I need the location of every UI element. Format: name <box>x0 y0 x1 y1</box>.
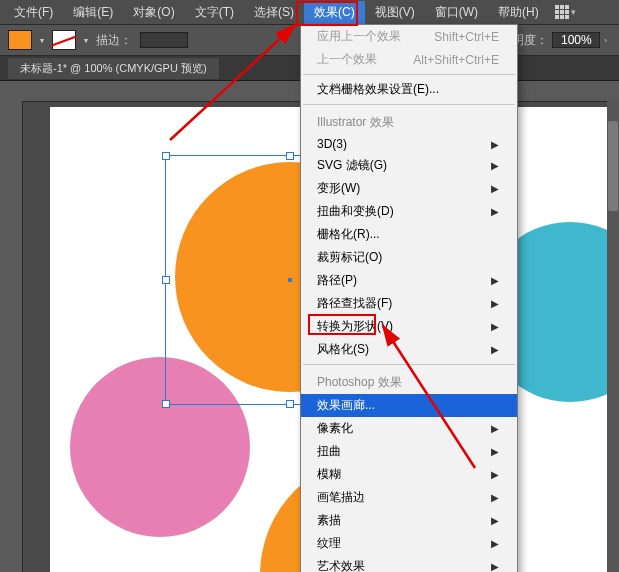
menu-item-label: 文档栅格效果设置(E)... <box>317 81 439 98</box>
menu-item-label: 风格化(S) <box>317 341 369 358</box>
menu-item[interactable]: 扭曲和变换(D)▶ <box>301 200 517 223</box>
submenu-arrow-icon: ▶ <box>491 423 499 434</box>
menu-item[interactable]: 裁剪标记(O) <box>301 246 517 269</box>
submenu-arrow-icon: ▶ <box>491 183 499 194</box>
menu-text[interactable]: 文字(T) <box>185 1 244 24</box>
submenu-arrow-icon: ▶ <box>491 321 499 332</box>
menu-item-label: 像素化 <box>317 420 353 437</box>
menu-separator <box>303 74 515 75</box>
menu-item-label: 扭曲和变换(D) <box>317 203 394 220</box>
submenu-arrow-icon: ▶ <box>491 446 499 457</box>
menu-item-label: 路径(P) <box>317 272 357 289</box>
menu-item-label: 裁剪标记(O) <box>317 249 382 266</box>
menu-item-shortcut: Shift+Ctrl+E <box>434 30 499 44</box>
chevron-down-icon: ▾ <box>571 7 576 17</box>
menu-section-header: Photoshop 效果 <box>301 368 517 394</box>
menu-item-label: 纹理 <box>317 535 341 552</box>
menu-item-label: 变形(W) <box>317 180 360 197</box>
menu-item[interactable]: 路径查找器(F)▶ <box>301 292 517 315</box>
document-tab[interactable]: 未标题-1* @ 100% (CMYK/GPU 预览) <box>8 58 219 79</box>
menu-item[interactable]: 画笔描边▶ <box>301 486 517 509</box>
menu-item-label: 路径查找器(F) <box>317 295 392 312</box>
stroke-label: 描边： <box>96 32 132 49</box>
stroke-width-field[interactable] <box>140 32 188 48</box>
workspace-icon[interactable] <box>555 5 569 19</box>
submenu-arrow-icon: ▶ <box>491 515 499 526</box>
submenu-arrow-icon: ▶ <box>491 298 499 309</box>
selection-handle[interactable] <box>286 400 294 408</box>
menu-item[interactable]: 路径(P)▶ <box>301 269 517 292</box>
selection-handle[interactable] <box>162 400 170 408</box>
menu-item-label: 画笔描边 <box>317 489 365 506</box>
menu-item[interactable]: SVG 滤镜(G)▶ <box>301 154 517 177</box>
menu-item[interactable]: 3D(3)▶ <box>301 134 517 154</box>
menu-item-label: 艺术效果 <box>317 558 365 572</box>
chevron-down-icon[interactable]: ▾ <box>84 36 88 45</box>
menu-item[interactable]: 纹理▶ <box>301 532 517 555</box>
menu-item[interactable]: 转换为形状(V)▶ <box>301 315 517 338</box>
menu-section-header: Illustrator 效果 <box>301 108 517 134</box>
menu-item-label: 应用上一个效果 <box>317 28 401 45</box>
menu-item[interactable]: 栅格化(R)... <box>301 223 517 246</box>
submenu-arrow-icon: ▶ <box>491 206 499 217</box>
fill-swatch[interactable] <box>8 30 32 50</box>
selection-handle[interactable] <box>162 276 170 284</box>
opacity-field[interactable]: 100% <box>552 32 600 48</box>
menu-item-label: 素描 <box>317 512 341 529</box>
menu-item[interactable]: 素描▶ <box>301 509 517 532</box>
effect-menu-dropdown: 应用上一个效果 Shift+Ctrl+E 上一个效果 Alt+Shift+Ctr… <box>300 24 518 572</box>
menu-window[interactable]: 窗口(W) <box>425 1 488 24</box>
menu-item-label: 效果画廊... <box>317 397 375 414</box>
menu-effect[interactable]: 效果(C) <box>304 1 365 24</box>
menu-item-label: 转换为形状(V) <box>317 318 393 335</box>
ruler-vertical <box>0 81 23 572</box>
submenu-arrow-icon: ▶ <box>491 538 499 549</box>
selection-handle[interactable] <box>286 152 294 160</box>
menu-object[interactable]: 对象(O) <box>123 1 184 24</box>
menu-item-apply-last-effect: 应用上一个效果 Shift+Ctrl+E <box>301 25 517 48</box>
menu-item[interactable]: 模糊▶ <box>301 463 517 486</box>
menu-file[interactable]: 文件(F) <box>4 1 63 24</box>
menu-select[interactable]: 选择(S) <box>244 1 304 24</box>
menu-edit[interactable]: 编辑(E) <box>63 1 123 24</box>
submenu-arrow-icon: ▶ <box>491 561 499 572</box>
menu-bar: 文件(F) 编辑(E) 对象(O) 文字(T) 选择(S) 效果(C) 视图(V… <box>0 0 619 25</box>
menu-item[interactable]: 风格化(S)▶ <box>301 338 517 361</box>
menu-item[interactable]: 像素化▶ <box>301 417 517 440</box>
submenu-arrow-icon: ▶ <box>491 275 499 286</box>
menu-item[interactable]: 扭曲▶ <box>301 440 517 463</box>
submenu-arrow-icon: ▶ <box>491 344 499 355</box>
menu-item-last-effect: 上一个效果 Alt+Shift+Ctrl+E <box>301 48 517 71</box>
menu-item[interactable]: 艺术效果▶ <box>301 555 517 572</box>
menu-item[interactable]: 效果画廊... <box>301 394 517 417</box>
submenu-arrow-icon: ▶ <box>491 139 499 150</box>
menu-item-label: 3D(3) <box>317 137 347 151</box>
menu-item-label: SVG 滤镜(G) <box>317 157 387 174</box>
menu-view[interactable]: 视图(V) <box>365 1 425 24</box>
chevron-down-icon[interactable]: ▾ <box>40 36 44 45</box>
selection-handle[interactable] <box>162 152 170 160</box>
menu-separator <box>303 364 515 365</box>
submenu-arrow-icon: ▶ <box>491 492 499 503</box>
menu-help[interactable]: 帮助(H) <box>488 1 549 24</box>
scrollbar-thumb[interactable] <box>608 121 618 211</box>
stroke-swatch-none[interactable] <box>52 30 76 50</box>
scrollbar-vertical[interactable] <box>607 101 619 572</box>
menu-item-label: 模糊 <box>317 466 341 483</box>
menu-item-label: 栅格化(R)... <box>317 226 380 243</box>
menu-item-raster-settings[interactable]: 文档栅格效果设置(E)... <box>301 78 517 101</box>
selection-center <box>288 278 292 282</box>
menu-separator <box>303 104 515 105</box>
menu-item-label: 扭曲 <box>317 443 341 460</box>
menu-item-label: 上一个效果 <box>317 51 377 68</box>
submenu-arrow-icon: ▶ <box>491 469 499 480</box>
menu-item[interactable]: 变形(W)▶ <box>301 177 517 200</box>
menu-item-shortcut: Alt+Shift+Ctrl+E <box>413 53 499 67</box>
submenu-arrow-icon: ▶ <box>491 160 499 171</box>
chevron-right-icon[interactable]: › <box>604 36 607 45</box>
